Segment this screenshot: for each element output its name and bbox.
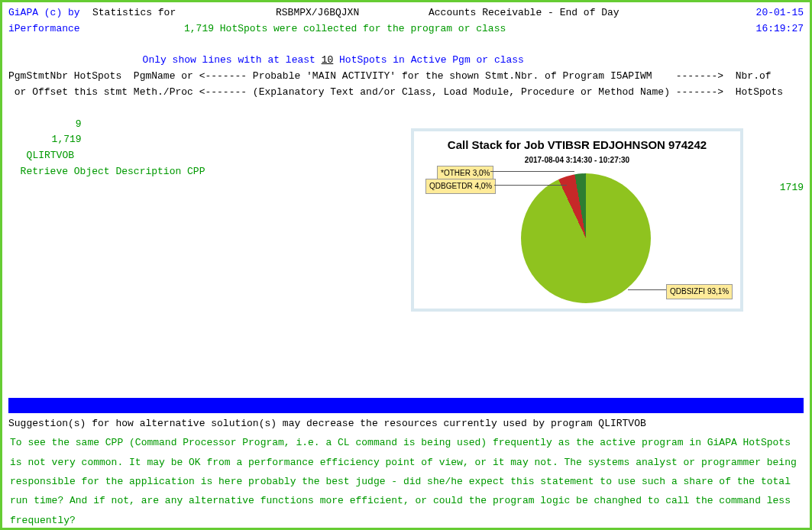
stat-label: Statistics for: [92, 5, 276, 21]
cell-pgm: QLIRTVOB: [21, 148, 89, 164]
header-line-2: iPerformance 1,719 HotSpots were collect…: [8, 21, 804, 37]
report-time: 16:19:27: [756, 21, 804, 37]
program-desc: Accounts Receivable - End of Day: [429, 5, 756, 21]
filter-prefix: Only show lines with at least: [143, 54, 322, 66]
pie-label-qdbgetdr: QDBGETDR 4,0%: [425, 179, 496, 194]
program-id: RSBMPX/J6BQJXN: [276, 5, 429, 21]
chart-title: Call Stack for Job VTIBSR EDJOHNSON 9742…: [417, 136, 737, 154]
filter-line: Only show lines with at least 10 HotSpot…: [8, 37, 804, 69]
brand-name: iPerformance: [8, 21, 184, 37]
report-date: 20-01-15: [756, 5, 804, 21]
cell-stmt: 9: [21, 117, 82, 133]
label-line-qdbsizfi: [628, 289, 666, 290]
column-header-1: PgmStmtNbr HotSpots PgmName or <------- …: [8, 69, 804, 85]
label-line-other: [490, 171, 574, 172]
filter-value-input[interactable]: 10: [322, 54, 334, 66]
cell-hotspots: 1,719: [21, 132, 82, 148]
hotspots-summary: 1,719 HotSpots were collected for the pr…: [184, 21, 756, 37]
product-name: GiAPA (c) by: [8, 5, 92, 21]
cell-nbr: 1719: [742, 180, 804, 196]
divider-bar-1: [8, 398, 804, 413]
chart-subtitle: 2017-08-04 3:14:30 - 10:27:30: [417, 154, 737, 166]
chart-panel: Call Stack for Job VTIBSR EDJOHNSON 9742…: [411, 128, 743, 312]
suggestion-header: Suggestion(s) for how alternative soluti…: [8, 416, 804, 432]
header-line-1: GiAPA (c) by Statistics for RSBMPX/J6BQJ…: [8, 5, 804, 21]
label-line-qdbgetdr: [494, 185, 567, 186]
suggestion-body: To see the same CPP (Command Processor P…: [8, 431, 804, 530]
column-header-2: or Offset this stmt Meth./Proc <------- …: [8, 85, 804, 101]
cell-desc: Retrieve Object Description CPP: [21, 164, 479, 180]
pie-chart: [521, 173, 651, 303]
filter-suffix: HotSpots in Active Pgm or class: [333, 54, 524, 66]
pie-label-qdbsizfi: QDBSIZFI 93,1%: [666, 284, 733, 299]
